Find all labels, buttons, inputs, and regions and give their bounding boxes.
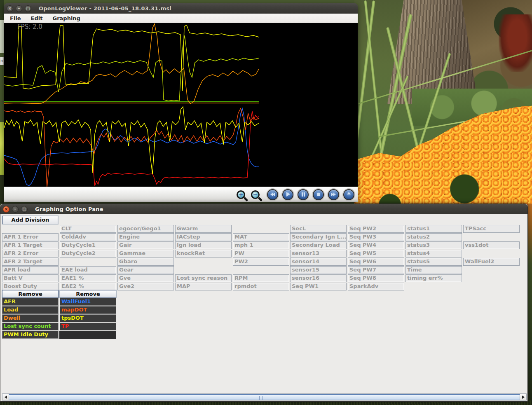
zoom-in-button[interactable]: + bbox=[237, 190, 245, 199]
menu-edit[interactable]: Edit bbox=[27, 14, 47, 22]
field-cell[interactable]: AFR 2 Target bbox=[2, 258, 59, 266]
field-cell[interactable]: status4 bbox=[405, 250, 462, 258]
field-cell[interactable]: Gwarm bbox=[175, 225, 232, 233]
field-cell[interactable]: MAP bbox=[175, 283, 232, 290]
field-cell[interactable]: Gear bbox=[117, 266, 174, 274]
field-cell[interactable]: EAE load bbox=[60, 266, 116, 274]
rewind-button[interactable] bbox=[267, 189, 278, 200]
field-cell[interactable]: ColdAdv bbox=[60, 233, 116, 241]
field-cell[interactable]: rpmdot bbox=[233, 283, 289, 290]
field-cell[interactable]: Seq PW1 bbox=[290, 283, 347, 290]
field-cell[interactable]: Seq PW6 bbox=[348, 258, 404, 266]
field-cell[interactable]: Ign load bbox=[175, 241, 232, 249]
horizontal-scrollbar[interactable] bbox=[2, 393, 527, 400]
eject-button[interactable] bbox=[343, 189, 354, 200]
remove-button[interactable]: Remove bbox=[2, 290, 59, 298]
field-cell[interactable]: CLT bbox=[60, 225, 116, 233]
field-cell[interactable]: Gbaro bbox=[117, 258, 174, 266]
field-cell[interactable]: DutyCycle1 bbox=[60, 241, 116, 249]
field-cell[interactable]: Engine bbox=[117, 233, 174, 241]
active-field[interactable]: PWM Idle Duty bbox=[2, 331, 59, 339]
field-cell[interactable]: mph 1 bbox=[233, 241, 289, 249]
field-cell[interactable]: Time bbox=[405, 266, 462, 274]
field-cell[interactable]: WallFuel2 bbox=[463, 258, 520, 266]
pane-titlebar[interactable]: × – ▢ Graphing Option Pane bbox=[0, 204, 527, 214]
field-cell[interactable]: PW bbox=[233, 250, 289, 258]
scroll-left-arrow[interactable] bbox=[2, 394, 9, 400]
field-cell[interactable]: PW2 bbox=[233, 258, 289, 266]
menu-graphing[interactable]: Graphing bbox=[48, 14, 84, 22]
active-field[interactable]: mapDOT bbox=[60, 306, 116, 314]
active-field[interactable]: Lost sync count bbox=[2, 323, 59, 330]
field-cell[interactable]: SecL bbox=[290, 225, 347, 233]
field-cell[interactable]: DutyCycle2 bbox=[60, 250, 116, 258]
active-field[interactable]: Dwell bbox=[2, 314, 59, 322]
field-cell[interactable]: Seq PW4 bbox=[348, 241, 404, 249]
field-cell[interactable]: Gve bbox=[117, 274, 174, 282]
field-cell[interactable]: AFR 1 Target bbox=[2, 241, 59, 249]
field-cell[interactable]: sensor14 bbox=[290, 258, 347, 266]
field-cell[interactable]: Batt V bbox=[2, 274, 59, 282]
field-cell[interactable]: status3 bbox=[405, 241, 462, 249]
field-cell[interactable]: Gve2 bbox=[117, 283, 174, 290]
stop-button[interactable] bbox=[313, 189, 324, 200]
scroll-right-arrow[interactable] bbox=[520, 394, 526, 400]
field-cell[interactable]: status1 bbox=[405, 225, 462, 233]
minimize-button[interactable]: – bbox=[12, 206, 19, 213]
field-cell[interactable]: AFR 1 Error bbox=[2, 233, 59, 241]
field-cell[interactable]: Seq PW5 bbox=[348, 250, 404, 258]
active-field[interactable]: tpsDOT bbox=[60, 314, 116, 322]
field-cell[interactable]: status5 bbox=[405, 258, 462, 266]
graph-area[interactable] bbox=[4, 23, 358, 187]
add-division-button[interactable]: Add Division bbox=[2, 216, 58, 224]
orange-trace bbox=[4, 24, 259, 104]
olv-titlebar[interactable]: × – ▢ OpenLogViewer - 2011-06-05_18.03.3… bbox=[4, 3, 358, 14]
field-cell[interactable]: IACstep bbox=[175, 233, 232, 241]
field-cell[interactable]: egocor/Gego1 bbox=[117, 225, 174, 233]
remove-button[interactable]: Remove bbox=[60, 290, 116, 298]
menu-file[interactable]: File bbox=[6, 14, 25, 22]
field-cell[interactable]: timing err% bbox=[405, 274, 462, 282]
field-cell[interactable]: Seq PW7 bbox=[348, 266, 404, 274]
active-field[interactable]: TP bbox=[60, 323, 116, 330]
field-cell[interactable]: status2 bbox=[405, 233, 462, 241]
field-cell[interactable]: Gair bbox=[117, 241, 174, 249]
field-cell[interactable]: vss1dot bbox=[463, 241, 520, 249]
field-cell[interactable]: Secondary Ign L... bbox=[290, 233, 347, 241]
field-cell[interactable]: Boost Duty bbox=[2, 283, 59, 290]
desktop-photo-left bbox=[0, 0, 4, 20]
active-field[interactable]: WallFuel1 bbox=[60, 298, 116, 306]
maximize-button[interactable]: ▢ bbox=[21, 206, 28, 213]
zoom-out-button[interactable]: − bbox=[251, 190, 260, 199]
field-cell[interactable]: Gammae bbox=[117, 250, 174, 258]
field-cell[interactable]: Seq PW2 bbox=[348, 225, 404, 233]
play-button[interactable] bbox=[282, 189, 293, 200]
field-cell[interactable]: SparkAdv bbox=[348, 283, 404, 290]
active-field[interactable]: AFR bbox=[2, 298, 59, 306]
field-cell[interactable]: Seq PW8 bbox=[348, 274, 404, 282]
field-cell[interactable]: RPM bbox=[233, 274, 289, 282]
field-cell[interactable]: Lost sync reason bbox=[175, 274, 232, 282]
maximize-button[interactable]: ▢ bbox=[25, 5, 31, 12]
close-button[interactable]: × bbox=[3, 206, 9, 213]
field-cell[interactable]: EAE1 % bbox=[60, 274, 116, 282]
minimize-button[interactable]: – bbox=[16, 5, 22, 12]
field-cell[interactable]: TPSacc bbox=[463, 225, 520, 233]
field-cell[interactable]: sensor16 bbox=[290, 274, 347, 282]
field-cell[interactable]: Secondary Load bbox=[290, 241, 347, 249]
pause-button[interactable] bbox=[298, 189, 309, 200]
field-cell[interactable]: AFR 2 Error bbox=[2, 250, 59, 258]
scrollbar-grip bbox=[259, 396, 262, 400]
field-cell[interactable]: EAE2 % bbox=[60, 283, 116, 290]
field-cell[interactable]: MAT bbox=[233, 233, 289, 241]
field-cell[interactable]: Seq PW3 bbox=[348, 233, 404, 241]
scrollbar-thumb[interactable] bbox=[9, 394, 520, 400]
field-cell[interactable]: knockRet bbox=[175, 250, 232, 258]
field-cell[interactable]: AFR load bbox=[2, 266, 59, 274]
fast-forward-button[interactable] bbox=[328, 189, 339, 200]
close-button[interactable]: × bbox=[7, 5, 13, 12]
window-title: Graphing Option Pane bbox=[35, 206, 103, 212]
field-cell[interactable]: sensor15 bbox=[290, 266, 347, 274]
field-cell[interactable]: sensor13 bbox=[290, 250, 347, 258]
active-field[interactable]: Load bbox=[2, 306, 59, 314]
